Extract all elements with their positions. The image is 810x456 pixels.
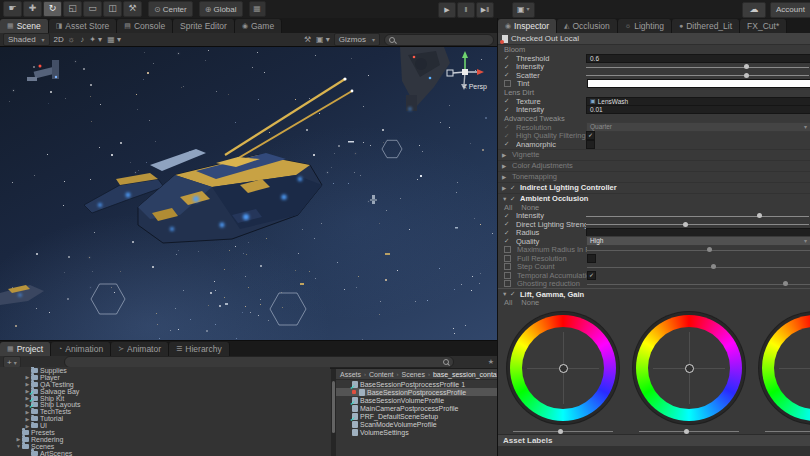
folder-supplies[interactable]: Supplies — [0, 367, 330, 374]
asset-basesessionpostprocessprofile[interactable]: BaseSessionPostprocessProfile — [336, 388, 497, 396]
tab-animation[interactable]: ◔Animation — [51, 342, 111, 356]
asset-prf-defaultscenesetup[interactable]: ✓PRF_DefaultSceneSetup — [336, 412, 497, 420]
chevron-right-icon[interactable]: ▶ — [15, 436, 22, 442]
favorite-icon[interactable]: ★ — [488, 358, 494, 366]
wheel-knob[interactable] — [559, 364, 568, 373]
spaceship-station[interactable] — [27, 60, 59, 81]
override-check[interactable]: ✓ — [504, 71, 516, 79]
tab-inspector[interactable]: ◉Inspector — [498, 19, 557, 33]
folder-ui[interactable]: ▶UI — [0, 422, 330, 429]
pivot-toggle[interactable]: ⊙ Center — [148, 1, 193, 17]
enabled-check[interactable]: ✓ — [510, 195, 520, 203]
tab-scene[interactable]: ▦Scene — [0, 19, 49, 33]
override-checkbox[interactable] — [504, 280, 511, 287]
toggle-2d[interactable]: 2D — [54, 35, 64, 44]
asset-labels-header[interactable]: Asset Labels — [498, 434, 810, 446]
asset-scanmodevolumeprofile[interactable]: ScanModeVolumeProfile — [336, 420, 497, 428]
foldout-ambient-occlusion[interactable]: ▼✓Ambient Occlusion — [498, 193, 810, 204]
hand-tool[interactable]: ☛ — [3, 1, 22, 17]
spaceship-small[interactable] — [0, 285, 44, 305]
scene-search-input[interactable] — [398, 35, 489, 44]
slider[interactable] — [586, 220, 810, 229]
slider[interactable] — [586, 63, 810, 72]
foldout-tonemapping[interactable]: ▶Tonemapping — [498, 171, 810, 182]
layout-dropdown[interactable]: ▣▾ — [512, 2, 535, 18]
asset-basesessionvolumeprofile[interactable]: ✓BaseSessionVolumeProfile — [336, 396, 497, 404]
asset-volumesettings[interactable]: VolumeSettings — [336, 428, 497, 436]
lighting-toggle-icon[interactable]: ☼ — [68, 35, 75, 44]
override-checkbox[interactable] — [504, 272, 511, 279]
folder-scenes[interactable]: ▼Scenes — [0, 443, 330, 450]
asset-maincamerapostprocessprofile[interactable]: MainCameraPostprocessProfile — [336, 404, 497, 412]
slider[interactable] — [587, 263, 810, 272]
rotate-tool[interactable]: ↻ — [43, 1, 62, 17]
override-check[interactable]: ✓ — [504, 97, 516, 105]
enabled-check[interactable]: ✓ — [510, 290, 520, 298]
tab-game[interactable]: ◉Game — [235, 19, 282, 33]
link-none[interactable]: None — [521, 299, 539, 307]
chevron-right-icon[interactable]: ▶ — [24, 423, 31, 429]
slider[interactable] — [587, 280, 810, 289]
foldout-indirect-lighting-controller[interactable]: ▶✓Indirect Lighting Controller — [498, 182, 810, 193]
step-button[interactable]: ▶‖ — [476, 2, 494, 18]
checkbox[interactable] — [587, 254, 596, 263]
folder-ship-layouts[interactable]: ▶✓Ship Layouts — [0, 401, 330, 408]
gizmos-dropdown[interactable]: Gizmos▾ — [334, 33, 380, 46]
tab-fx-cut[interactable]: FX_Cut* — [740, 19, 787, 33]
link-all[interactable]: All — [504, 204, 512, 212]
tab-sprite-editor[interactable]: Sprite Editor — [173, 19, 235, 33]
effects-toggle-icon[interactable]: ✦ ▾ — [89, 35, 102, 44]
tab-dithered-lit[interactable]: ●Dithered_Lit — [672, 19, 740, 33]
folder-techtests[interactable]: ▶TechTests — [0, 408, 330, 415]
folder-presets[interactable]: Presets — [0, 429, 330, 436]
snap-toggle[interactable]: ▦ — [249, 1, 266, 17]
folder-salvage-bay[interactable]: ▶✓Salvage Bay — [0, 388, 330, 395]
value-field[interactable]: 0.01 — [586, 105, 810, 114]
override-checkbox[interactable] — [504, 263, 511, 270]
orientation-toggle[interactable]: ⊕ Global — [199, 1, 243, 17]
link-all[interactable]: All — [504, 299, 512, 307]
chevron-right-icon[interactable]: ▶ — [24, 381, 31, 387]
chevron-down-icon[interactable]: ▼ — [15, 443, 22, 449]
custom-tool[interactable]: ⚒ — [123, 1, 142, 17]
override-check[interactable]: ✓ — [504, 123, 516, 131]
checkbox[interactable] — [586, 140, 595, 149]
override-check[interactable]: ✓ — [504, 212, 516, 220]
slider[interactable] — [586, 212, 810, 221]
trackball-gain[interactable] — [759, 312, 810, 424]
value-field[interactable]: 0.6 — [586, 54, 810, 63]
slider[interactable] — [587, 246, 810, 255]
move-tool[interactable]: ✚ — [23, 1, 42, 17]
foldout-vignette[interactable]: ▶Vignette — [498, 149, 810, 160]
override-check[interactable]: ✓ — [504, 229, 516, 237]
override-check[interactable]: ✓ — [504, 54, 516, 62]
override-check[interactable]: ✓ — [504, 140, 516, 148]
pause-button[interactable]: ‖ — [457, 2, 475, 18]
shading-mode-dropdown[interactable]: Shaded▾ — [3, 33, 50, 46]
tab-asset-store[interactable]: ◨Asset Store — [49, 19, 118, 33]
override-checkbox[interactable] — [504, 255, 511, 262]
override-check[interactable]: ✓ — [504, 220, 516, 228]
override-check[interactable]: ✓ — [504, 106, 516, 114]
trackball-gamma[interactable] — [633, 312, 745, 424]
tab-occlusion[interactable]: ◭Occlusion — [557, 19, 618, 33]
slider[interactable] — [586, 71, 810, 80]
folder-qa-testing[interactable]: ▶QA Testing — [0, 381, 330, 388]
folder-ship-kit[interactable]: ▶✓Ship Kit — [0, 395, 330, 402]
scene-viewport[interactable]: < Persp — [0, 47, 497, 340]
tab-lighting[interactable]: ☼Lighting — [618, 19, 672, 33]
enabled-check[interactable]: ✓ — [510, 184, 520, 192]
asset-basesessionpostprocessprofile-1[interactable]: ✓BaseSessionPostprocessProfile 1 — [336, 380, 497, 388]
folder-player[interactable]: ▶Player — [0, 374, 330, 381]
tab-project[interactable]: ▦Project — [0, 342, 51, 356]
component-tools-icon[interactable]: ⚒ — [304, 35, 311, 44]
crumb-content[interactable]: Content — [369, 371, 394, 378]
crumb-scenes[interactable]: Scenes — [402, 371, 425, 378]
account-button[interactable]: Account — [770, 2, 810, 18]
tab-hierarchy[interactable]: ☰Hierarchy — [169, 342, 230, 356]
rect-tool[interactable]: ▭ — [83, 1, 102, 17]
chevron-right-icon[interactable]: ▶ — [24, 416, 31, 422]
override-checkbox[interactable] — [504, 246, 511, 253]
chevron-right-icon[interactable]: ▶ — [24, 374, 31, 380]
override-check[interactable]: ✓ — [504, 63, 516, 71]
